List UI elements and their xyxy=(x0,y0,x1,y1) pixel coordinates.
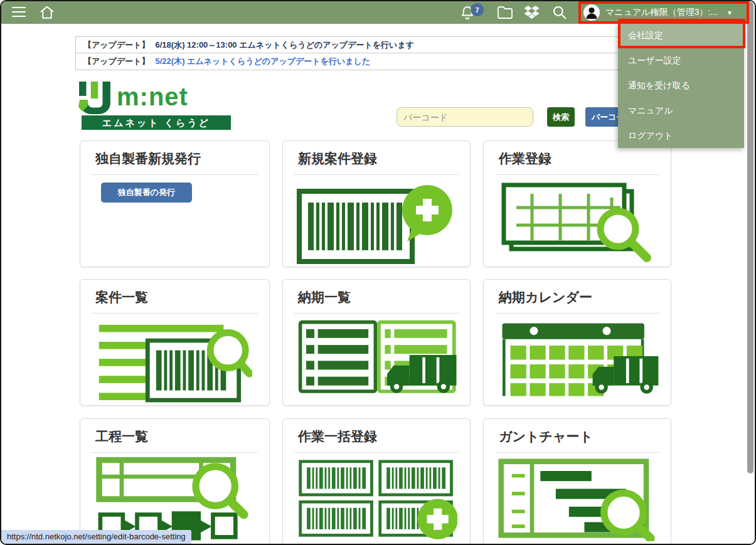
hamburger-menu-icon[interactable] xyxy=(12,7,27,18)
notification-count-badge: 7 xyxy=(471,3,484,16)
divider xyxy=(92,313,258,314)
table-search-icon xyxy=(498,180,654,265)
card-new-project[interactable]: 新規案件登録 xyxy=(282,140,471,267)
divider xyxy=(294,452,459,453)
card-delivery-list[interactable]: 納期一覧 xyxy=(282,279,471,406)
menu-item-manual[interactable]: マニュアル xyxy=(618,98,744,123)
notice-message-link[interactable]: 5/22(木) エムネットくらうどのアップデートを行いました xyxy=(156,56,371,67)
notice-row: 【アップデート】 5/22(木) エムネットくらうどのアップデートを行いました xyxy=(75,53,630,70)
search-button[interactable]: 検索 xyxy=(547,107,575,127)
top-navbar: 7 マニュアル権限（管理3）:... ▼ xyxy=(1,1,755,24)
card-unique-serial-issue[interactable]: 独自製番新規発行 独自製番の発行 xyxy=(80,140,270,267)
divider xyxy=(294,174,459,175)
card-process-list[interactable]: 工程一覧 xyxy=(80,418,270,545)
card-delivery-calendar[interactable]: 納期カレンダー xyxy=(483,279,671,406)
barcodes-plus-icon xyxy=(297,458,457,541)
notice-message: 6/18(水) 12:00～13:00 エムネットくらうどのアップデートを行いま… xyxy=(156,40,414,51)
menu-item-company-settings[interactable]: 会社設定 xyxy=(618,23,744,48)
card-title: 案件一覧 xyxy=(95,288,269,306)
link-preview-statusbar: https://ntd.netkojo.net/setting/edit-bar… xyxy=(1,530,191,544)
issue-serial-button[interactable]: 独自製番の発行 xyxy=(101,183,192,203)
menu-item-logout[interactable]: ログアウト xyxy=(618,123,744,148)
card-title: 工程一覧 xyxy=(95,428,269,445)
card-title: 独自製番新規発行 xyxy=(95,150,269,167)
notification-count: 7 xyxy=(475,6,479,14)
dropbox-icon[interactable] xyxy=(524,6,540,19)
user-dropdown-menu: 会社設定 ユーザー設定 通知を受け取る マニュアル ログアウト xyxy=(618,23,744,148)
card-title: 作業一括登録 xyxy=(298,428,470,445)
card-project-list[interactable]: 案件一覧 xyxy=(80,279,270,406)
notice-row: 【アップデート】 6/18(水) 12:00～13:00 エムネットくらうどのア… xyxy=(75,36,630,53)
divider xyxy=(495,174,659,175)
menu-item-user-settings[interactable]: ユーザー設定 xyxy=(618,48,744,73)
menu-item-notifications[interactable]: 通知を受け取る xyxy=(618,73,744,98)
search-icon[interactable] xyxy=(551,4,568,21)
list-barcode-search-icon xyxy=(94,319,252,404)
card-title: 新規案件登録 xyxy=(298,150,470,167)
card-title: 納期一覧 xyxy=(298,288,470,306)
card-work-register[interactable]: 作業登録 xyxy=(483,140,671,267)
divider xyxy=(294,313,459,314)
brand-tagline: エムネット くらうど xyxy=(82,115,231,130)
brand-name: m:net xyxy=(117,83,188,111)
notice-label: 【アップデート】 xyxy=(83,40,150,51)
divider xyxy=(495,313,659,314)
folder-icon[interactable] xyxy=(497,6,513,19)
card-gantt-chart[interactable]: ガントチャート xyxy=(483,418,671,545)
scrollbar-thumb[interactable] xyxy=(747,2,753,474)
card-title: 作業登録 xyxy=(499,150,671,167)
process-flow-search-icon xyxy=(94,455,255,541)
notice-label: 【アップデート】 xyxy=(83,56,150,67)
barcode-plus-icon xyxy=(297,180,454,265)
calendar-truck-icon xyxy=(498,319,662,401)
app-window: 7 マニュアル権限（管理3）:... ▼ 会社設定 ユーザー設定 通知を受け取る… xyxy=(0,0,756,545)
gantt-search-icon xyxy=(498,458,658,541)
caret-down-icon: ▼ xyxy=(727,9,733,16)
card-title: 納期カレンダー xyxy=(499,288,671,306)
divider xyxy=(495,452,659,453)
divider xyxy=(92,174,258,175)
user-menu-trigger[interactable]: マニュアル権限（管理3）:... ▼ xyxy=(583,3,745,22)
user-label: マニュアル権限（管理3）:... xyxy=(605,7,718,18)
update-notices: 【アップデート】 6/18(水) 12:00～13:00 エムネットくらうどのア… xyxy=(75,36,630,70)
card-title: ガントチャート xyxy=(499,428,671,445)
card-bulk-work-register[interactable]: 作業一括登録 xyxy=(282,418,471,545)
divider xyxy=(92,452,258,453)
list-truck-icon xyxy=(297,319,461,401)
home-icon[interactable] xyxy=(39,4,55,21)
user-avatar xyxy=(583,4,600,21)
mnet-logo-mark xyxy=(78,82,112,114)
barcode-input[interactable] xyxy=(397,107,533,127)
